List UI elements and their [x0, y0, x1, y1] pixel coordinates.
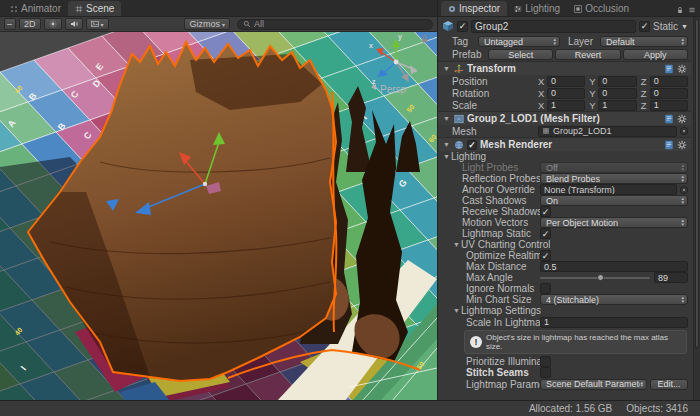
- scrollbar-thumb[interactable]: [695, 19, 699, 348]
- help-book-icon[interactable]: [664, 114, 674, 124]
- static-checkbox[interactable]: [639, 21, 650, 32]
- gear-icon[interactable]: [677, 140, 687, 150]
- transform-header[interactable]: ▼ Transform: [438, 61, 691, 75]
- receive-shadows-checkbox[interactable]: [540, 206, 551, 217]
- tab-scene[interactable]: Scene: [68, 1, 121, 16]
- motion-vectors-row: Motion Vectors Per Object Motion ▴▾: [438, 217, 691, 228]
- position-y-field[interactable]: 0: [598, 76, 636, 87]
- lightmap-parameters-dropdown[interactable]: Scene Default Parameters ▴▾: [540, 379, 647, 390]
- inspector-scrollbar[interactable]: [693, 17, 700, 400]
- light-probes-dropdown[interactable]: Off ▴▾: [540, 162, 688, 173]
- speaker-icon: [70, 20, 78, 28]
- mesh-renderer-enabled-checkbox[interactable]: [467, 140, 477, 150]
- ignore-normals-checkbox[interactable]: [540, 283, 551, 294]
- scene-lighting-toggle[interactable]: [44, 18, 62, 30]
- static-dropdown-arrow[interactable]: ▼: [681, 23, 688, 30]
- max-angle-row: Max Angle 89: [438, 272, 691, 283]
- name-field[interactable]: Group2: [471, 20, 636, 33]
- prefab-select-button[interactable]: Select: [488, 49, 553, 60]
- axis-y-label: y: [398, 33, 402, 41]
- gizmos-dropdown[interactable]: Gizmos▾: [184, 18, 230, 30]
- max-distance-field[interactable]: 0.5: [540, 261, 688, 272]
- gear-icon[interactable]: [677, 64, 687, 74]
- scene-3d-render: A B B C C D E G H I I 40 40: [0, 32, 437, 400]
- active-checkbox[interactable]: [457, 21, 468, 32]
- pane-menu-icon[interactable]: [688, 6, 696, 14]
- stitch-seams-checkbox[interactable]: [540, 367, 551, 378]
- mesh-renderer-header[interactable]: ▼ Mesh Renderer: [438, 137, 691, 151]
- cast-shadows-dropdown[interactable]: On ▴▾: [540, 195, 688, 206]
- position-z-field[interactable]: 0: [650, 76, 688, 87]
- tag-layer-row: Tag Untagged ▴▾ Layer Default ▴▾: [438, 35, 691, 48]
- animator-tab-icon: [10, 5, 18, 13]
- motion-vectors-dropdown[interactable]: Per Object Motion ▴▾: [540, 217, 688, 228]
- optimize-realtime-row: Optimize Realtim: [438, 250, 691, 261]
- scale-z-field[interactable]: 1: [650, 100, 688, 111]
- foldout-icon: ▼: [452, 241, 461, 248]
- persp-label[interactable]: Persp: [380, 84, 407, 95]
- optimize-realtime-checkbox[interactable]: [540, 250, 551, 261]
- tab-animator[interactable]: Animator: [3, 1, 68, 16]
- max-distance-row: Max Distance 0.5: [438, 261, 691, 272]
- rotation-y-field[interactable]: 0: [598, 88, 636, 99]
- tab-animator-label: Animator: [21, 3, 61, 14]
- lightmap-settings-foldout[interactable]: ▼ Lightmap Settings: [438, 305, 691, 316]
- prefab-apply-button[interactable]: Apply: [623, 49, 688, 60]
- mesh-object-field[interactable]: Group2_LOD1: [538, 126, 677, 137]
- anchor-override-field[interactable]: None (Transform): [540, 184, 677, 195]
- occlusion-tab-icon: [574, 5, 582, 13]
- scale-y-field[interactable]: 1: [598, 100, 636, 111]
- lightmap-warning: ! Object's size in lightmap has reached …: [464, 330, 687, 354]
- scale-x-field[interactable]: 1: [547, 100, 585, 111]
- help-book-icon[interactable]: [664, 140, 674, 150]
- slider-thumb[interactable]: [597, 274, 604, 281]
- dropdown-arrows-icon: ▴▾: [681, 197, 684, 203]
- lock-icon[interactable]: [676, 6, 684, 14]
- lighting-foldout[interactable]: ▼ Lighting: [438, 151, 691, 162]
- mesh-filter-header[interactable]: ▼ Group 2_LOD1 (Mesh Filter): [438, 111, 691, 125]
- prefab-revert-button[interactable]: Revert: [555, 49, 620, 60]
- static-label: Static: [653, 21, 678, 32]
- shaded-dropdown[interactable]: –: [4, 18, 16, 30]
- layer-dropdown[interactable]: Default ▴▾: [600, 36, 688, 47]
- axis-x-label: x: [369, 42, 373, 49]
- reflection-probes-dropdown[interactable]: Blend Probes ▴▾: [540, 173, 688, 184]
- scene-tab-icon: [75, 5, 83, 13]
- max-angle-slider[interactable]: [540, 272, 650, 283]
- sun-icon: [49, 20, 57, 28]
- rotation-z-field[interactable]: 0: [650, 88, 688, 99]
- uv-charting-foldout[interactable]: ▼ UV Charting Control: [438, 239, 691, 250]
- foldout-icon[interactable]: ▼: [442, 115, 451, 122]
- rotation-x-field[interactable]: 0: [547, 88, 585, 99]
- object-picker-icon[interactable]: [680, 186, 688, 194]
- lightmap-parameters-row: Lightmap Parame Scene Default Parameters…: [438, 378, 691, 390]
- object-picker-icon[interactable]: [680, 127, 688, 135]
- foldout-icon[interactable]: ▼: [442, 65, 451, 72]
- gear-icon[interactable]: [677, 114, 687, 124]
- foldout-icon[interactable]: ▼: [442, 141, 451, 148]
- help-book-icon[interactable]: [664, 64, 674, 74]
- lightmap-parameters-edit-button[interactable]: Edit...: [650, 379, 688, 390]
- scene-audio-toggle[interactable]: [65, 18, 83, 30]
- scale-in-lightmap-field[interactable]: 1: [540, 317, 688, 328]
- tab-lighting[interactable]: Lighting: [507, 1, 567, 16]
- tag-dropdown[interactable]: Untagged ▴▾: [478, 36, 560, 47]
- tab-occlusion[interactable]: Occlusion: [567, 1, 636, 16]
- tab-inspector[interactable]: Inspector: [441, 1, 507, 16]
- image-icon: [91, 20, 99, 28]
- scene-viewport[interactable]: A B B C C D E G H I I 40 40: [0, 32, 437, 400]
- min-chart-size-row: Min Chart Size 4 (Stitchable) ▴▾: [438, 294, 691, 305]
- axis-z-label: z: [372, 78, 376, 85]
- prioritize-illumination-checkbox[interactable]: [540, 356, 551, 367]
- 2d-toggle-button[interactable]: 2D: [19, 18, 41, 30]
- scale-row: Scale X1 Y1 Z1: [438, 99, 691, 111]
- position-row: Position X0 Y0 Z0: [438, 75, 691, 87]
- foldout-icon: ▼: [452, 307, 461, 314]
- lightmap-static-checkbox[interactable]: [540, 228, 551, 239]
- min-chart-size-dropdown[interactable]: 4 (Stitchable) ▴▾: [540, 294, 688, 305]
- scene-search-input[interactable]: All: [237, 19, 433, 30]
- object-count: Objects: 3416: [626, 403, 688, 414]
- max-angle-field[interactable]: 89: [654, 272, 688, 283]
- scene-effects-dropdown[interactable]: ▾: [86, 18, 109, 30]
- position-x-field[interactable]: 0: [547, 76, 585, 87]
